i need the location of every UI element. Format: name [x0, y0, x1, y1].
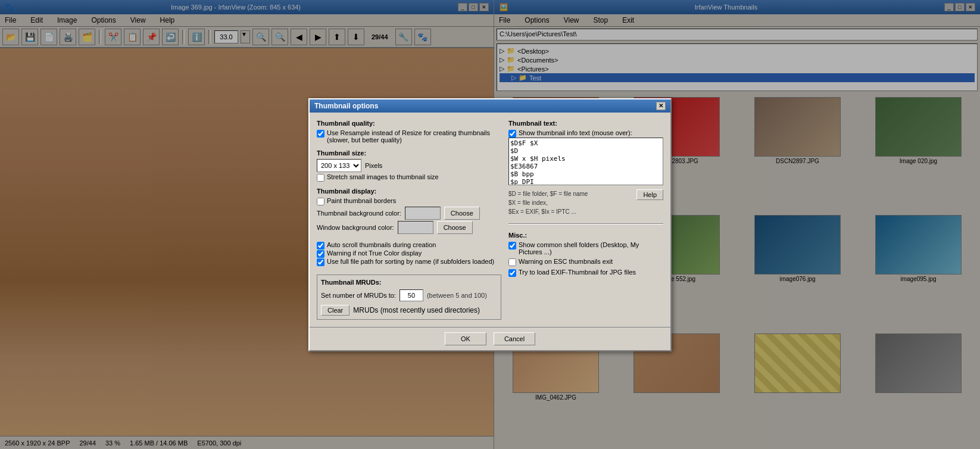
stretch-checkbox[interactable] [317, 174, 324, 182]
mruds-set-label: Set number of MRUDs to: [321, 292, 396, 299]
display-section: Thumbnail display: Paint thumbnail borde… [317, 188, 501, 235]
quality-section: Thumbnail quality: Use Resample instead … [317, 120, 501, 144]
auto-scroll-label: Auto scroll thumbnails during creation [327, 241, 436, 248]
bg-color-label: Thumbnail background color: [317, 210, 401, 217]
full-path-label: Use full file path for sorting by name (… [327, 258, 494, 265]
size-row: 200 x 133 160 x 106 120 x 80 100 x 66 Pi… [317, 159, 501, 172]
quality-label: Thumbnail quality: [317, 120, 501, 127]
info-text-area[interactable]: $D$F $X $D $W x $H pixels $E36867 $B bpp… [508, 138, 663, 185]
show-info-row: Show thumbnail info text (mouse over): [508, 129, 663, 138]
show-info-label: Show thumbnail info text (mouse over): [519, 129, 632, 136]
paint-borders-label: Paint thumbnail borders [327, 197, 396, 204]
mruds-section: Thumbnail MRUDs: Set number of MRUDs to:… [317, 275, 501, 320]
auto-scroll-checkbox[interactable] [317, 242, 324, 250]
dialog-titlebar: Thumbnail options ✕ [310, 99, 670, 113]
text-section-label: Thumbnail text: [508, 120, 663, 127]
warning-color-row: Warning if not True Color display [317, 250, 501, 258]
size-unit: Pixels [365, 162, 382, 169]
legend-text: $D = file folder, $F = file name $X = fi… [508, 189, 633, 216]
try-exif-checkbox[interactable] [508, 269, 516, 277]
legend-help-row: $D = file folder, $F = file name $X = fi… [508, 189, 663, 216]
show-folders-row: Show common shell folders (Desktop, My P… [508, 241, 663, 255]
mruds-range: (between 5 and 100) [427, 292, 487, 299]
auto-scroll-row: Auto scroll thumbnails during creation [317, 241, 501, 250]
show-folders-checkbox[interactable] [508, 242, 516, 250]
warning-esc-label: Warning on ESC thumbnails exit [519, 258, 613, 265]
window-color-label: Window background color: [317, 224, 394, 231]
stretch-label: Stretch small images to thumbnail size [327, 173, 439, 180]
warning-color-label: Warning if not True Color display [327, 250, 422, 257]
warning-color-checkbox[interactable] [317, 250, 324, 258]
paint-borders-row: Paint thumbnail borders [317, 197, 501, 205]
stretch-row: Stretch small images to thumbnail size [317, 173, 501, 182]
resample-row: Use Resample instead of Resize for creat… [317, 129, 501, 144]
size-label: Thumbnail size: [317, 149, 501, 157]
full-path-checkbox[interactable] [317, 258, 324, 266]
help-button[interactable]: Help [636, 189, 663, 200]
bg-color-row: Thumbnail background color: Choose [317, 207, 501, 220]
checkboxes-section: Auto scroll thumbnails during creation W… [317, 241, 501, 266]
ok-button[interactable]: OK [445, 332, 486, 345]
misc-section: Misc.: Show common shell folders (Deskto… [508, 232, 663, 277]
dialog-left-panel: Thumbnail quality: Use Resample instead … [317, 120, 501, 320]
bg-color-box [405, 207, 441, 220]
dialog-divider [508, 223, 663, 224]
misc-label: Misc.: [508, 232, 663, 239]
dialog-title: Thumbnail options [314, 102, 378, 110]
choose-bg-color-button[interactable]: Choose [444, 207, 480, 220]
warning-esc-row: Warning on ESC thumbnails exit [508, 258, 663, 266]
try-exif-row: Try to load EXIF-Thumbnail for JPG files [508, 269, 663, 277]
dialog-content: Thumbnail quality: Use Resample instead … [310, 113, 670, 327]
mruds-actions: Clear MRUDs (most recently used director… [321, 305, 497, 316]
window-color-row: Window background color: Choose [317, 221, 501, 234]
choose-window-color-button[interactable]: Choose [437, 221, 473, 234]
mruds-count-row: Set number of MRUDs to: (between 5 and 1… [321, 289, 497, 301]
mruds-title: Thumbnail MRUDs: [321, 279, 497, 286]
display-label: Thumbnail display: [317, 188, 501, 195]
modal-overlay: Thumbnail options ✕ Thumbnail quality: U… [0, 0, 980, 449]
cancel-button[interactable]: Cancel [494, 332, 535, 345]
resample-label: Use Resample instead of Resize for creat… [327, 129, 501, 144]
warning-esc-checkbox[interactable] [508, 258, 516, 266]
text-section: Thumbnail text: Show thumbnail info text… [508, 120, 663, 216]
window-color-box [398, 221, 433, 234]
resample-checkbox[interactable] [317, 130, 324, 138]
full-path-row: Use full file path for sorting by name (… [317, 258, 501, 266]
dialog-right-panel: Thumbnail text: Show thumbnail info text… [508, 120, 663, 320]
mruds-count-input[interactable] [400, 289, 423, 301]
size-section: Thumbnail size: 200 x 133 160 x 106 120 … [317, 149, 501, 182]
show-info-checkbox[interactable] [508, 130, 516, 138]
show-folders-label: Show common shell folders (Desktop, My P… [519, 241, 663, 255]
try-exif-label: Try to load EXIF-Thumbnail for JPG files [519, 269, 636, 276]
dialog-footer: OK Cancel [310, 327, 670, 350]
size-select[interactable]: 200 x 133 160 x 106 120 x 80 100 x 66 [317, 159, 361, 172]
paint-borders-checkbox[interactable] [317, 198, 324, 205]
clear-mruds-button[interactable]: Clear [321, 305, 349, 316]
thumbnail-options-dialog: Thumbnail options ✕ Thumbnail quality: U… [308, 98, 672, 351]
mruds-desc-label: MRUDs (most recently used directories) [353, 306, 480, 314]
dialog-close-button[interactable]: ✕ [656, 102, 666, 110]
